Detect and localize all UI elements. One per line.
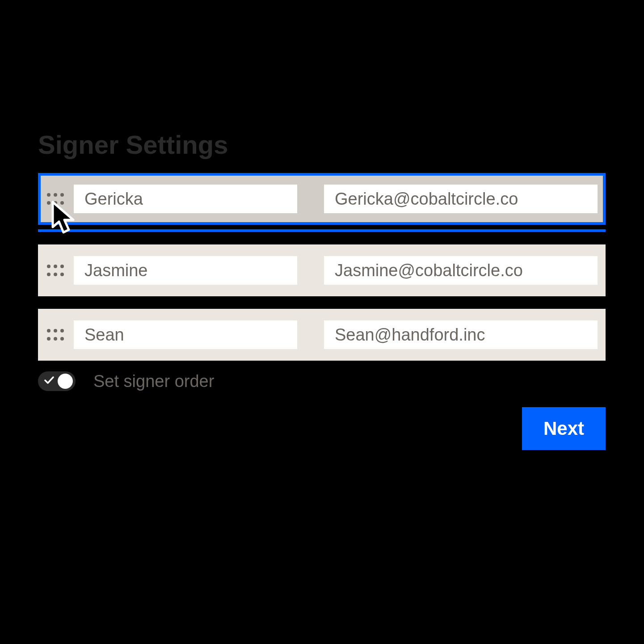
signer-email-value: Gericka@cobaltcircle.co	[335, 189, 518, 209]
drop-indicator	[38, 229, 606, 232]
signer-name-input[interactable]: Jasmine	[74, 256, 297, 285]
signer-list: Gericka Gericka@cobaltcircle.co Jasmine …	[38, 173, 606, 361]
svg-point-4	[54, 201, 57, 205]
signer-settings-panel: Signer Settings Gericka Gericka@cobaltci…	[38, 130, 606, 450]
signer-row[interactable]: Jasmine Jasmine@cobaltcircle.co	[38, 244, 606, 296]
signer-order-toggle-label: Set signer order	[93, 372, 214, 391]
signer-name-value: Jasmine	[84, 261, 148, 280]
drag-handle-icon[interactable]	[46, 189, 65, 208]
svg-point-1	[54, 193, 57, 197]
signer-row[interactable]: Gericka Gericka@cobaltcircle.co	[38, 173, 606, 225]
next-button[interactable]: Next	[522, 407, 606, 450]
check-icon	[44, 376, 54, 386]
signer-email-input[interactable]: Jasmine@cobaltcircle.co	[324, 256, 598, 285]
svg-point-6	[47, 265, 51, 268]
svg-point-9	[47, 273, 51, 276]
svg-point-2	[60, 193, 64, 197]
svg-point-7	[54, 265, 57, 268]
svg-point-11	[60, 273, 64, 276]
signer-name-value: Gericka	[84, 189, 143, 209]
svg-point-17	[60, 337, 64, 341]
signer-email-input[interactable]: Gericka@cobaltcircle.co	[324, 185, 598, 213]
signer-name-input[interactable]: Gericka	[74, 185, 297, 213]
signer-order-toggle[interactable]	[38, 371, 76, 391]
signer-row[interactable]: Sean Sean@handford.inc	[38, 309, 606, 361]
svg-point-15	[47, 337, 51, 341]
signer-email-value: Jasmine@cobaltcircle.co	[335, 261, 523, 280]
action-row: Next	[38, 407, 606, 450]
svg-point-13	[54, 329, 57, 333]
signer-name-input[interactable]: Sean	[74, 320, 297, 349]
svg-point-0	[47, 193, 51, 197]
svg-point-16	[54, 337, 57, 341]
drag-handle-icon[interactable]	[46, 261, 65, 280]
signer-email-value: Sean@handford.inc	[335, 325, 485, 345]
drag-handle-icon[interactable]	[46, 325, 65, 344]
svg-point-8	[60, 265, 64, 268]
svg-point-5	[60, 201, 64, 205]
svg-point-14	[60, 329, 64, 333]
svg-point-10	[54, 273, 57, 276]
signer-email-input[interactable]: Sean@handford.inc	[324, 320, 598, 349]
svg-point-3	[47, 201, 51, 205]
signer-order-toggle-row: Set signer order	[38, 371, 606, 391]
page-title: Signer Settings	[38, 130, 606, 160]
signer-name-value: Sean	[84, 325, 124, 345]
toggle-knob	[58, 374, 73, 389]
svg-point-12	[47, 329, 51, 333]
